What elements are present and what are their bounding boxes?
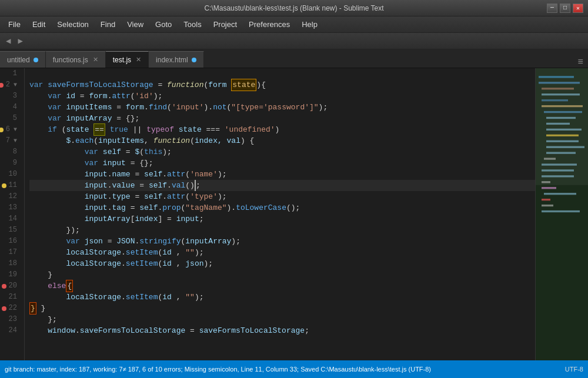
svg-rect-2 — [539, 76, 574, 78]
indicator-14 — [2, 217, 6, 222]
code-line-16: var json = JSON.stringify(inputArray); — [29, 236, 535, 247]
line-num-15: 15 — [0, 225, 19, 236]
line-num-10: 10 — [0, 169, 19, 180]
window-title: C:\Masaustu\blank-less\test.js (Blank ne… — [204, 4, 383, 12]
menu-project[interactable]: Project — [208, 18, 243, 31]
svg-rect-9 — [546, 117, 576, 119]
line-num-22: 22 — [0, 303, 19, 314]
code-line-9: var input = {}; — [29, 158, 535, 169]
indicator-24 — [2, 329, 6, 333]
svg-rect-21 — [542, 187, 556, 189]
line-num-9: 9 — [0, 158, 19, 169]
svg-rect-1 — [536, 68, 588, 185]
statusbar: git branch: master, index: 187, working:… — [0, 360, 588, 378]
menu-view[interactable]: View — [121, 18, 149, 31]
indicator-11 — [2, 183, 6, 188]
code-line-20: else{ — [29, 280, 535, 292]
menu-tools[interactable]: Tools — [178, 18, 207, 31]
svg-rect-3 — [539, 82, 580, 83]
svg-rect-25 — [542, 210, 580, 212]
line-num-13: 13 — [0, 202, 19, 213]
indicator-21 — [2, 295, 6, 300]
line-num-3: 3 — [0, 91, 19, 102]
svg-rect-14 — [546, 146, 584, 148]
tab-functions-close[interactable]: ✕ — [93, 56, 98, 63]
code-line-10: input.name = self.attr('name'); — [29, 169, 535, 180]
svg-rect-20 — [542, 181, 550, 183]
code-line-6: if (state == true || typeof state === 'u… — [29, 124, 535, 135]
tab-functions-label: functions.js — [53, 56, 88, 64]
svg-rect-16 — [544, 158, 556, 159]
svg-rect-8 — [544, 111, 582, 113]
tab-untitled-label: untitled — [7, 56, 30, 64]
code-line-11: input.value = self.val() ; — [29, 180, 535, 191]
menu-selection[interactable]: Selection — [51, 18, 94, 31]
indicator-3 — [6, 94, 11, 99]
tab-functions-js[interactable]: functions.js ✕ — [46, 51, 106, 68]
menu-help[interactable]: Help — [296, 18, 323, 31]
code-line-19: } — [29, 269, 535, 280]
line-num-14: 14 — [0, 213, 19, 225]
code-line-24: window.saveFormsToLocalStorage = saveFor… — [29, 325, 535, 336]
menu-find[interactable]: Find — [95, 18, 121, 31]
indicator-13 — [2, 206, 6, 210]
tab-testjs-close[interactable]: ✕ — [136, 56, 141, 63]
tab-test-js[interactable]: test.js ✕ — [106, 51, 149, 68]
line-num-2: 2▼ — [0, 79, 19, 91]
forward-arrow-icon[interactable]: ▶ — [15, 36, 25, 46]
menu-preferences[interactable]: Preferences — [243, 18, 296, 31]
code-line-15: }); — [29, 225, 535, 236]
code-line-23: }; — [29, 314, 535, 325]
svg-rect-23 — [542, 199, 550, 200]
line-num-6: 6▼ — [0, 124, 19, 135]
line-num-23: 23 — [0, 314, 19, 325]
toolbar: ◀ ▶ — [0, 33, 588, 49]
tab-bar: untitled functions.js ✕ test.js ✕ index.… — [0, 49, 588, 68]
code-line-14: inputArray[index] = input; — [29, 213, 535, 225]
tab-index-html[interactable]: index.html — [149, 51, 204, 68]
svg-rect-22 — [544, 193, 576, 195]
menu-goto[interactable]: Goto — [149, 18, 178, 31]
indicator-5 — [6, 116, 11, 121]
svg-rect-19 — [542, 175, 574, 177]
line-num-7: 7▼ — [0, 135, 19, 146]
tab-untitled[interactable]: untitled — [0, 51, 46, 68]
indicator-10 — [2, 172, 6, 177]
menu-file[interactable]: File — [2, 18, 26, 31]
close-button[interactable]: ✕ — [573, 4, 583, 13]
indicator-17 — [2, 250, 6, 255]
code-line-2: var saveFormsToLocalStorage = function(f… — [29, 79, 535, 91]
code-content[interactable]: var saveFormsToLocalStorage = function(f… — [25, 68, 535, 360]
tab-untitled-dot — [34, 58, 38, 62]
svg-rect-11 — [546, 129, 582, 131]
window-controls: ─ □ ✕ — [547, 4, 583, 13]
indicator-9 — [6, 161, 11, 166]
indicator-8 — [6, 150, 11, 155]
indicator-6 — [0, 128, 4, 132]
back-arrow-icon[interactable]: ◀ — [4, 36, 13, 46]
maximize-button[interactable]: □ — [560, 4, 570, 13]
menubar: File Edit Selection Find View Goto Tools… — [0, 16, 588, 33]
indicator-15 — [2, 228, 6, 233]
code-line-5: var inputArray = {}; — [29, 113, 535, 124]
svg-rect-13 — [546, 141, 579, 142]
indicator-12 — [2, 195, 6, 199]
titlebar: C:\Masaustu\blank-less\test.js (Blank ne… — [0, 0, 588, 16]
code-line-18: localStorage.setItem(id , json); — [29, 258, 535, 269]
line-num-17: 17 — [0, 247, 19, 258]
line-num-4: 4 — [0, 102, 19, 113]
indicator-19 — [2, 273, 6, 277]
menu-edit[interactable]: Edit — [26, 18, 51, 31]
status-text: git branch: master, index: 187, working:… — [5, 366, 565, 373]
svg-rect-17 — [542, 163, 577, 165]
line-num-21: 21 — [0, 292, 19, 303]
tabs-menu-icon[interactable]: ≡ — [573, 57, 588, 68]
code-line-4: var inputItems = form.find('input').not(… — [29, 102, 535, 113]
minimize-button[interactable]: ─ — [547, 4, 557, 13]
indicator-2 — [0, 83, 4, 88]
line-num-18: 18 — [0, 258, 19, 269]
svg-rect-7 — [542, 105, 583, 107]
code-line-1 — [29, 68, 535, 79]
indicator-16 — [2, 239, 6, 244]
editor-layout: 1 2▼ 3 4 5 6▼ — [0, 68, 588, 360]
